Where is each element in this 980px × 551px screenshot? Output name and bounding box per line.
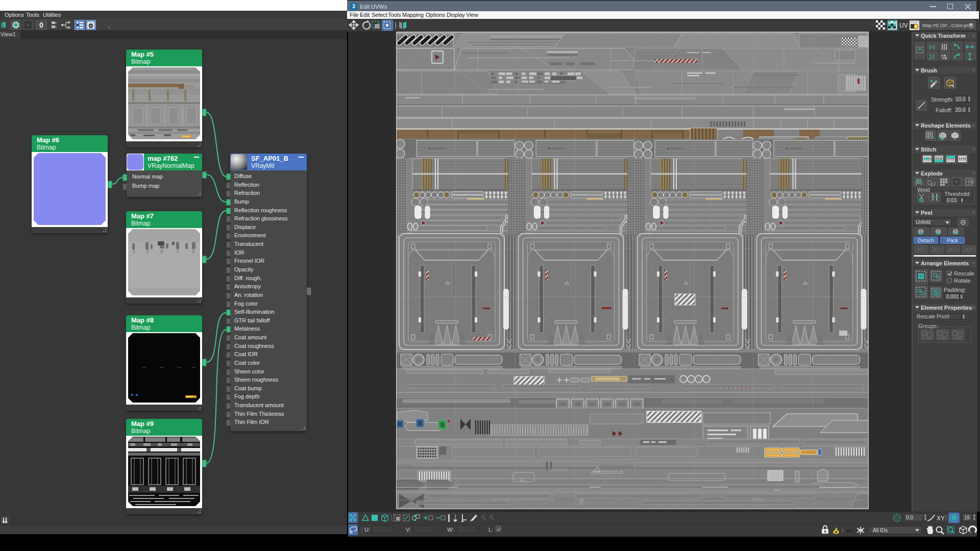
svg-text:XY: XY (937, 515, 945, 522)
svg-text:UV: UV (899, 22, 908, 29)
